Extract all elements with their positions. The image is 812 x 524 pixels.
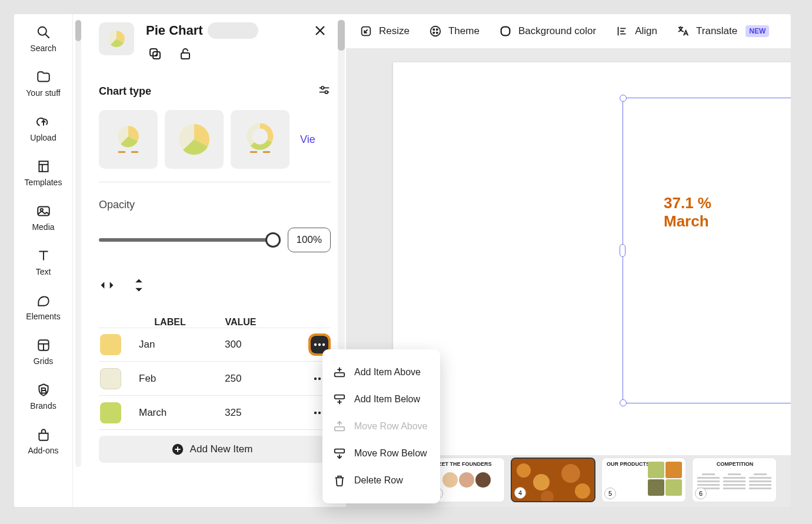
canvas-toolbar: Resize Theme Background color Align Tran… xyxy=(346,14,791,48)
opacity-value[interactable]: 100% xyxy=(288,228,331,252)
row-value[interactable]: 250 xyxy=(208,373,273,385)
row-label[interactable]: Jan xyxy=(132,339,208,351)
thumb-number: 4 xyxy=(514,487,526,499)
pie-chart[interactable] xyxy=(681,160,791,407)
toolbar-align[interactable]: Align xyxy=(615,24,657,38)
add-new-item-button[interactable]: Add New Item xyxy=(99,436,325,463)
svg-point-0 xyxy=(38,27,46,35)
context-menu-label: Add Item Below xyxy=(354,394,420,405)
col-header-label: LABEL xyxy=(132,317,208,328)
row-color-swatch[interactable] xyxy=(100,402,121,423)
thumbnail-page[interactable]: COMPETITION 6 xyxy=(692,458,777,502)
search-icon xyxy=(36,25,51,40)
templates-icon xyxy=(36,159,51,174)
context-menu-item[interactable]: Add Item Below xyxy=(325,386,438,413)
toolbar-align-label: Align xyxy=(635,25,657,37)
svg-point-23 xyxy=(318,343,321,346)
svg-point-35 xyxy=(437,29,438,30)
toolbar-theme[interactable]: Theme xyxy=(428,24,480,38)
toolbar-translate[interactable]: Translate NEW xyxy=(676,24,769,38)
row-color-swatch[interactable] xyxy=(100,334,121,355)
rail-label: Search xyxy=(30,44,56,53)
row-value[interactable]: 325 xyxy=(208,407,273,419)
add-new-label: Add New Item xyxy=(190,443,253,455)
rail-scrollbar[interactable] xyxy=(75,20,81,467)
rail-item-yourstuff[interactable]: Your stuff xyxy=(14,69,72,98)
thumb-title: MEET THE FOUNDERS xyxy=(434,462,501,468)
svg-point-28 xyxy=(314,411,317,413)
brands-icon xyxy=(36,382,51,398)
title-chip xyxy=(208,22,258,39)
opacity-slider[interactable] xyxy=(99,238,279,242)
svg-point-14 xyxy=(325,91,328,94)
duplicate-button[interactable] xyxy=(146,45,164,62)
flip-vertical-button[interactable] xyxy=(131,277,147,293)
rail-item-upload[interactable]: Upload xyxy=(14,114,72,142)
context-menu-item[interactable]: Move Row Below xyxy=(325,440,438,467)
toolbar-bg[interactable]: Background color xyxy=(498,24,596,38)
svg-point-41 xyxy=(517,463,531,478)
data-row[interactable]: March 325 xyxy=(99,396,331,430)
svg-rect-20 xyxy=(250,151,257,153)
chart-type-option[interactable] xyxy=(165,110,224,169)
resize-icon xyxy=(359,24,373,38)
svg-rect-38 xyxy=(501,27,510,36)
close-button[interactable] xyxy=(313,24,327,38)
toolbar-resize-label: Resize xyxy=(379,25,410,37)
svg-line-1 xyxy=(45,34,49,38)
rail-label: Text xyxy=(36,267,51,276)
rail-label: Templates xyxy=(25,178,62,187)
row-value[interactable]: 300 xyxy=(208,339,273,351)
row-color-swatch[interactable] xyxy=(100,368,121,389)
flip-horizontal-button[interactable] xyxy=(99,277,115,293)
translate-icon xyxy=(676,24,690,38)
chart-type-header: Chart type xyxy=(99,84,331,99)
view-more-link[interactable]: Vie xyxy=(300,133,315,146)
chart-type-option[interactable] xyxy=(99,110,158,169)
rail-item-addons[interactable]: Add-ons xyxy=(14,427,72,455)
rail-label: Your stuff xyxy=(26,88,60,98)
toolbar-resize[interactable]: Resize xyxy=(359,24,410,38)
rail-label: Media xyxy=(32,222,54,232)
rail-item-brands[interactable]: Brands xyxy=(14,382,72,410)
rail-item-elements[interactable]: Elements xyxy=(14,293,72,321)
thumbnail-page[interactable]: OUR PRODUCTS 5 xyxy=(601,458,686,502)
rail-item-templates[interactable]: Templates xyxy=(14,159,72,187)
align-icon xyxy=(615,24,629,38)
svg-rect-21 xyxy=(263,151,270,153)
chart-type-option[interactable] xyxy=(231,110,289,169)
panel-scrollbar[interactable] xyxy=(338,20,345,349)
svg-rect-2 xyxy=(38,206,49,215)
svg-point-12 xyxy=(321,86,324,89)
rail-item-grids[interactable]: Grids xyxy=(14,338,72,366)
svg-point-44 xyxy=(575,483,590,499)
svg-point-33 xyxy=(431,26,441,36)
rail-label: Brands xyxy=(30,401,56,410)
thumbnail-page[interactable]: 4 xyxy=(511,458,595,502)
row-label[interactable]: March xyxy=(132,407,208,419)
context-menu-item[interactable]: Delete Row xyxy=(325,467,438,494)
data-row[interactable]: Feb 250 xyxy=(99,362,331,396)
adjust-icon[interactable] xyxy=(318,84,331,99)
rail-item-search[interactable]: Search xyxy=(14,25,72,53)
context-menu-item[interactable]: Add Item Above xyxy=(325,359,438,386)
svg-point-37 xyxy=(437,32,438,34)
rail-label: Upload xyxy=(30,133,56,142)
context-menu-label: Move Row Below xyxy=(354,448,427,459)
rail-label: Grids xyxy=(34,356,53,366)
row-label[interactable]: Feb xyxy=(132,373,208,385)
toolbar-translate-label: Translate xyxy=(696,25,737,37)
rail-label: Add-ons xyxy=(28,446,58,455)
svg-point-29 xyxy=(318,411,321,413)
lock-button[interactable] xyxy=(177,45,194,62)
rail-item-text[interactable]: Text xyxy=(14,248,72,276)
svg-point-25 xyxy=(314,377,317,379)
data-table-header: LABEL VALUE xyxy=(99,317,331,328)
panel-title: Pie Chart xyxy=(146,23,203,38)
move-below-icon xyxy=(333,447,346,460)
data-row[interactable]: Jan 300 xyxy=(99,328,331,362)
chart-type-list: Vie xyxy=(99,110,331,169)
rail-item-media[interactable]: Media xyxy=(14,203,72,232)
svg-rect-46 xyxy=(335,373,345,376)
theme-icon xyxy=(428,24,442,38)
